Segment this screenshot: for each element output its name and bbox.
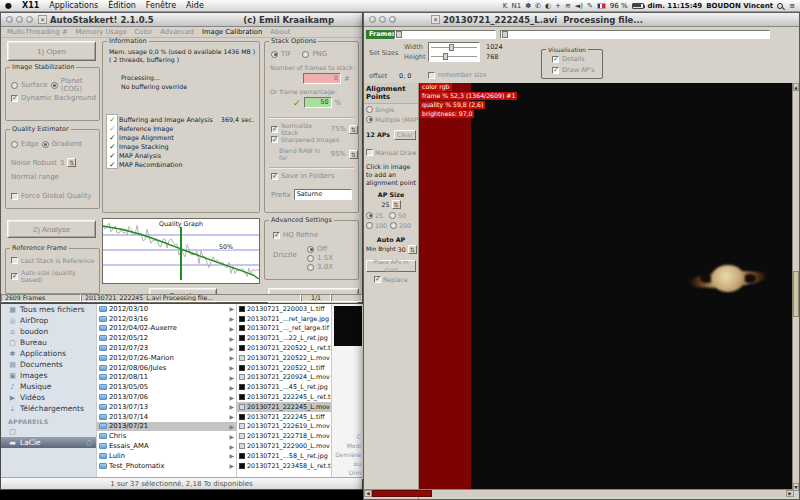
planet-radio[interactable] xyxy=(51,82,58,89)
save-in-folders-checkbox[interactable] xyxy=(271,173,278,180)
folder-row[interactable]: 2012/05/12 ▶ xyxy=(97,333,236,343)
folder-row[interactable]: 2013/07/13 ▶ xyxy=(97,402,236,412)
frame-slider-1[interactable] xyxy=(394,30,496,39)
drizzle-off-radio[interactable] xyxy=(307,246,314,253)
minimize-button[interactable] xyxy=(379,16,386,23)
sidebar-item[interactable]: ▶ Vidéos xyxy=(1,392,96,403)
draw-aps-checkbox[interactable] xyxy=(552,67,559,74)
image-canvas[interactable]: color rgbframe % 52,3 (1364/2609) #1qual… xyxy=(419,83,794,491)
app-menu-item[interactable]: Image Calibration xyxy=(198,28,266,36)
scroll-up-arrow[interactable]: ▲ xyxy=(793,83,799,91)
folder-row[interactable]: 2012/04/02-Auxerre ▶ xyxy=(97,324,236,334)
ap50-radio[interactable] xyxy=(389,212,396,219)
sidebar-item-computer[interactable]: ▢ xyxy=(1,426,96,437)
multiple-radio[interactable] xyxy=(366,116,373,123)
sidebar-item-lacie[interactable]: ▬ LaCie ◌ xyxy=(1,437,96,448)
edge-radio[interactable] xyxy=(11,141,18,148)
tif-radio[interactable] xyxy=(271,51,278,58)
menu-item[interactable]: Fenêtre xyxy=(141,0,181,11)
user-menu[interactable]: BOUDON Vincent xyxy=(706,2,773,10)
hq-refine-checkbox[interactable] xyxy=(273,232,280,239)
ap25-radio[interactable] xyxy=(366,212,373,219)
apple-menu-icon[interactable]: ● xyxy=(0,1,17,10)
status-icon[interactable]: ✆ xyxy=(535,2,541,10)
force-global-quality-checkbox[interactable] xyxy=(11,193,18,200)
surface-radio[interactable] xyxy=(11,82,18,89)
sidebar-item[interactable]: ◎ AirDrop xyxy=(1,315,96,326)
file-row[interactable]: 20130721_...58_L_ret.jpg xyxy=(237,451,331,461)
sidebar-item[interactable]: ▢ Bureau xyxy=(1,337,96,348)
file-row[interactable]: 20130721_222245_L.mov xyxy=(237,402,331,412)
scroll-right-arrow[interactable]: ▶ xyxy=(786,490,794,497)
sidebar-item[interactable]: ▣ Images xyxy=(1,370,96,381)
frame-percentage-input[interactable]: 50 xyxy=(304,97,332,108)
place-aps-button[interactable]: Place APs in Grid xyxy=(366,260,416,272)
normalize-stack-checkbox[interactable] xyxy=(271,126,278,133)
clear-aps-button[interactable]: Clear xyxy=(394,130,416,140)
png-radio[interactable] xyxy=(302,51,309,58)
file-row[interactable]: 20130721_220924_L.mov xyxy=(237,373,331,383)
height-slider[interactable] xyxy=(429,52,479,61)
folder-row[interactable]: 2013/07/21 ▶ xyxy=(97,422,236,432)
width-slider[interactable] xyxy=(429,43,479,52)
details-checkbox[interactable] xyxy=(552,56,559,63)
noise-robust-spinner[interactable]: ⇅ xyxy=(67,158,76,167)
menu-item[interactable]: Applications xyxy=(44,0,103,11)
close-button[interactable] xyxy=(369,16,376,23)
drizzle-15x-radio[interactable] xyxy=(307,255,314,262)
file-row[interactable]: 20130721_222900_L.mov xyxy=(237,441,331,451)
single-radio[interactable] xyxy=(366,106,373,113)
notification-center-icon[interactable]: ≡ xyxy=(789,2,795,10)
folder-row[interactable]: Chris ▶ xyxy=(97,431,236,441)
spotlight-search-icon[interactable] xyxy=(777,3,783,9)
sidebar-item[interactable]: ♪ Musique xyxy=(1,381,96,392)
last-stack-checkbox[interactable] xyxy=(11,257,18,264)
zoom-button[interactable] xyxy=(389,16,396,23)
status-icon[interactable]: ✽ xyxy=(525,2,531,10)
file-row[interactable]: 20130721_...45_L_ret.jpg xyxy=(237,382,331,392)
open-button[interactable]: 1) Open xyxy=(7,41,96,61)
file-row[interactable]: 20130721_222245_L_ret.tif xyxy=(237,392,331,402)
folder-row[interactable]: 2012/03/16 ▶ xyxy=(97,314,236,324)
sidebar-item[interactable]: ▦ Tous mes fichiers xyxy=(1,304,96,315)
folder-row[interactable]: 2012/07/23 ▶ xyxy=(97,343,236,353)
file-row[interactable]: 20130721_220522_L.tiff xyxy=(237,363,331,373)
remember-size-checkbox[interactable] xyxy=(428,72,435,79)
folder-row[interactable]: Essais_AMA ▶ xyxy=(97,441,236,451)
zoom-button[interactable] xyxy=(26,16,33,23)
horizontal-scrollbar[interactable]: ◀ ▶ xyxy=(364,489,794,497)
dynamic-background-checkbox[interactable] xyxy=(11,95,18,102)
scroll-left-arrow[interactable]: ◀ xyxy=(364,490,372,497)
file-row[interactable]: 20130721_220522_L.mov xyxy=(237,353,331,363)
folder-row[interactable]: 2013/07/06 ▶ xyxy=(97,392,236,402)
auto-size-checkbox[interactable] xyxy=(11,273,18,280)
sharpened-images-checkbox[interactable] xyxy=(271,136,278,143)
file-row[interactable]: 20130721_222619_L.mov xyxy=(237,422,331,432)
file-row[interactable]: 20130721_..._ret_large.tif xyxy=(237,324,331,334)
keyboard-layout-flag-icon[interactable] xyxy=(597,3,606,9)
menu-item[interactable]: Édition xyxy=(103,0,141,11)
min-bright-spinner[interactable]: ⇅ xyxy=(408,245,417,254)
folder-row[interactable]: 2013/05/05 ▶ xyxy=(97,382,236,392)
status-icon[interactable]: ◄) xyxy=(575,2,583,10)
ap100-radio[interactable] xyxy=(366,222,373,229)
folder-row[interactable]: 2012/03/10 ▶ xyxy=(97,304,236,314)
sidebar-item[interactable]: ▤ Documents xyxy=(1,359,96,370)
file-row[interactable]: 20130721_220003_L.tiff xyxy=(237,304,331,314)
file-row[interactable]: 20130721_...ret_large.jpg xyxy=(237,314,331,324)
vertical-scrollbar[interactable]: ▲ ▼ xyxy=(792,83,799,491)
sidebar-item[interactable]: ⇣ Téléchargements xyxy=(1,403,96,414)
app-menu-item[interactable]: About xyxy=(266,28,294,36)
ap-size-spinner[interactable]: ⇅ xyxy=(392,200,401,209)
replace-checkbox[interactable] xyxy=(374,276,381,283)
ap200-radio[interactable] xyxy=(390,222,397,229)
frame-slider-2[interactable] xyxy=(500,30,770,39)
drizzle-30x-radio[interactable] xyxy=(307,264,314,271)
folder-row[interactable]: Lulin ▶ xyxy=(97,451,236,461)
normalize-spinner[interactable]: ⇅ xyxy=(349,125,358,134)
close-button[interactable] xyxy=(6,16,13,23)
menu-item[interactable]: Aide xyxy=(181,0,209,11)
status-icon[interactable]: ◐ xyxy=(545,2,551,10)
file-row[interactable]: 20130721_220522_L_ret.tif xyxy=(237,343,331,353)
analyse-button[interactable]: 2) Analyse xyxy=(7,220,96,238)
